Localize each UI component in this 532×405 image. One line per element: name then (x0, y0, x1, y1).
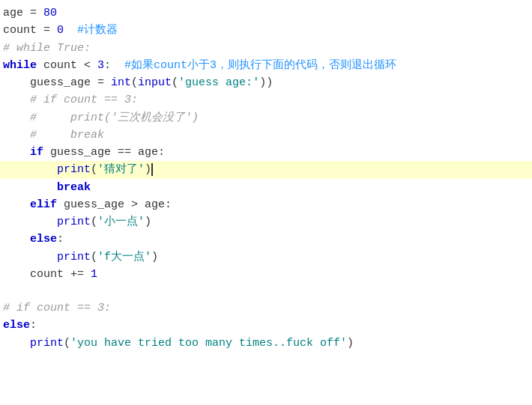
code-line: print('猜对了') (0, 161, 532, 178)
code-token: : (30, 319, 37, 332)
code-token: break (57, 181, 91, 194)
code-token (3, 94, 30, 106)
code-token: '猜对了' (97, 163, 145, 176)
code-token (57, 198, 64, 211)
code-token: 'f大一点' (97, 251, 151, 264)
code-token: age (145, 198, 165, 211)
code-token: print (30, 337, 64, 350)
code-token: age (138, 146, 158, 159)
code-token: count (3, 24, 37, 37)
code-line: count = 0 #计数器 (0, 22, 532, 39)
code-token (3, 146, 30, 159)
code-token (3, 112, 30, 124)
code-token: ) (347, 337, 354, 350)
code-line: while count < 3: #如果count小于3，则执行下面的代码，否则… (0, 57, 532, 74)
code-token: ( (131, 76, 138, 89)
code-token: = (91, 76, 111, 89)
code-token: print (57, 251, 91, 264)
code-token: print (57, 216, 91, 228)
code-line: age = 80 (0, 4, 532, 22)
code-token: #如果count小于3，则执行下面的代码，否则退出循环 (124, 59, 396, 72)
code-token (3, 198, 30, 211)
code-token: > (124, 198, 145, 211)
code-token: ( (91, 251, 97, 264)
code-token: print (57, 163, 91, 176)
code-token (37, 59, 43, 72)
code-token (3, 76, 30, 89)
code-token: # break (30, 129, 104, 141)
code-token (3, 129, 30, 141)
code-line: # if count == 3: (0, 299, 532, 317)
code-line: # while True: (0, 40, 532, 57)
code-token: 0 (57, 24, 64, 37)
code-token (64, 24, 77, 37)
code-line: print('小一点') (0, 213, 532, 231)
code-token (3, 181, 57, 194)
code-token: guess_age (50, 146, 111, 159)
code-line: count += 1 (0, 266, 532, 283)
code-line: print('you have tried too many times..fu… (0, 335, 532, 352)
code-token: age (3, 7, 23, 19)
code-token: int (111, 76, 131, 89)
code-token: input (138, 76, 172, 89)
code-token: elif (30, 198, 57, 211)
code-token: )) (259, 76, 273, 89)
code-line: else: (0, 317, 532, 334)
code-line: # break (0, 127, 532, 144)
cursor (151, 163, 153, 176)
code-token: ) (145, 163, 151, 176)
code-line: else: (0, 231, 532, 248)
code-token: ( (64, 337, 70, 350)
code-editor: age = 80count = 0 #计数器# while True:while… (0, 3, 532, 405)
code-token (3, 216, 57, 228)
code-token: guess_age (64, 198, 124, 211)
code-token: ) (151, 251, 158, 264)
code-token: : (158, 146, 165, 159)
code-token: ( (91, 216, 97, 228)
code-token: guess_age (30, 76, 91, 89)
code-line (0, 283, 532, 299)
code-token: if (30, 146, 43, 159)
code-token: # if count == 3: (30, 94, 138, 106)
code-token (3, 251, 57, 264)
code-line: guess_age = int(input('guess age:')) (0, 74, 532, 91)
code-token: = (37, 24, 57, 37)
code-token: 80 (43, 7, 57, 19)
code-token (3, 268, 30, 281)
code-token: < (77, 59, 97, 72)
code-token: += (64, 268, 91, 281)
code-token: : (165, 198, 172, 211)
code-token: '小一点' (97, 216, 145, 228)
code-token: count (43, 59, 77, 72)
code-token: #计数器 (77, 24, 118, 37)
code-line: if guess_age == age: (0, 144, 532, 161)
code-token: # while True: (3, 42, 91, 55)
code-token: ( (172, 76, 178, 89)
code-token: count (30, 268, 64, 281)
code-token (43, 146, 50, 159)
code-token: while (3, 59, 37, 72)
code-token: = (23, 7, 43, 19)
code-line: elif guess_age > age: (0, 196, 532, 213)
code-token (3, 163, 57, 176)
code-line: print('f大一点') (0, 249, 532, 266)
code-token: == (111, 146, 138, 159)
code-token: # if count == 3: (3, 302, 111, 314)
code-token: ( (91, 163, 97, 176)
code-token: 1 (91, 268, 97, 281)
code-token: 'guess age:' (178, 76, 259, 89)
code-line: # print('三次机会没了') (0, 109, 532, 127)
code-token: 3 (97, 59, 104, 72)
code-token: else (3, 319, 30, 332)
code-token: 'you have tried too many times..fuck off… (70, 337, 347, 350)
code-token: # print('三次机会没了') (30, 112, 199, 124)
code-token: : (104, 59, 124, 72)
code-token: ) (145, 216, 151, 228)
code-token (3, 233, 30, 246)
code-token: : (57, 233, 64, 246)
code-token: else (30, 233, 57, 246)
code-line: break (0, 179, 532, 196)
code-line: # if count == 3: (0, 91, 532, 109)
code-token (3, 337, 30, 350)
